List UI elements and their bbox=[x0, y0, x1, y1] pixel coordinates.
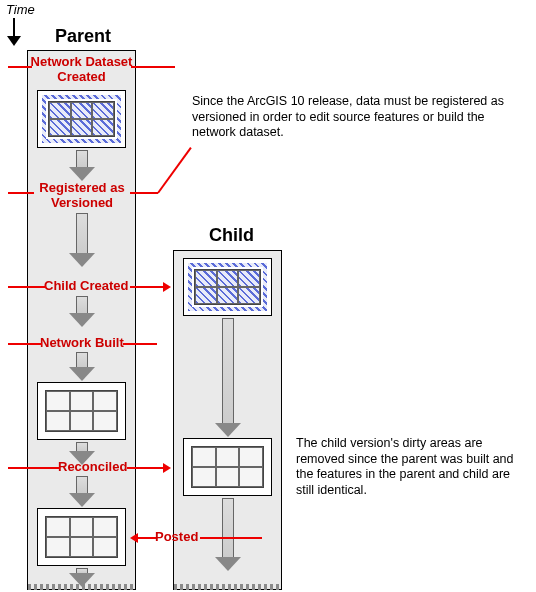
step-label-posted: Posted bbox=[155, 530, 198, 545]
step-label-network-built: Network Built bbox=[40, 336, 124, 351]
callout-line bbox=[8, 343, 42, 345]
step-label-network-dataset-created: Network Dataset Created bbox=[27, 55, 136, 85]
callout-line bbox=[127, 467, 164, 469]
parent-state-clean-1 bbox=[37, 382, 126, 440]
flow-arrow-icon bbox=[215, 498, 241, 571]
arrow-right-icon bbox=[163, 463, 171, 473]
flow-arrow-icon bbox=[215, 318, 241, 437]
flow-arrow-icon bbox=[69, 442, 95, 465]
arrow-right-icon bbox=[163, 282, 171, 292]
parent-state-clean-2 bbox=[37, 508, 126, 566]
diagram-canvas: Time Parent Child Network Dataset Create… bbox=[0, 0, 536, 592]
callout-line bbox=[8, 192, 34, 194]
child-column-header: Child bbox=[209, 225, 254, 246]
svg-marker-1 bbox=[7, 36, 21, 46]
callout-line bbox=[8, 66, 32, 68]
callout-line bbox=[123, 343, 157, 345]
step-label-child-created: Child Created bbox=[44, 279, 129, 294]
child-state-dirty bbox=[183, 258, 272, 316]
child-state-clean bbox=[183, 438, 272, 496]
parent-state-dirty-1 bbox=[37, 90, 126, 148]
callout-line bbox=[130, 192, 158, 194]
callout-line bbox=[8, 286, 46, 288]
callout-line bbox=[8, 467, 60, 469]
callout-line bbox=[138, 537, 156, 539]
flow-arrow-icon bbox=[69, 352, 95, 381]
flow-arrow-icon bbox=[69, 150, 95, 181]
flow-arrow-icon bbox=[69, 296, 95, 327]
arrow-left-icon bbox=[130, 533, 138, 543]
note-versioning: Since the ArcGIS 10 release, data must b… bbox=[192, 94, 512, 141]
parent-column-header: Parent bbox=[55, 26, 111, 47]
callout-slant bbox=[157, 147, 192, 193]
callout-line bbox=[200, 537, 262, 539]
flow-arrow-icon bbox=[69, 568, 95, 587]
callout-line bbox=[130, 286, 164, 288]
flow-arrow-icon bbox=[69, 476, 95, 507]
flow-arrow-icon bbox=[69, 213, 95, 267]
time-arrow-icon bbox=[6, 18, 22, 46]
step-label-registered-as-versioned: Registered as Versioned bbox=[31, 181, 133, 211]
time-axis-label: Time bbox=[6, 2, 35, 17]
callout-line bbox=[131, 66, 175, 68]
note-reconciled: The child version's dirty areas are remo… bbox=[296, 436, 528, 499]
